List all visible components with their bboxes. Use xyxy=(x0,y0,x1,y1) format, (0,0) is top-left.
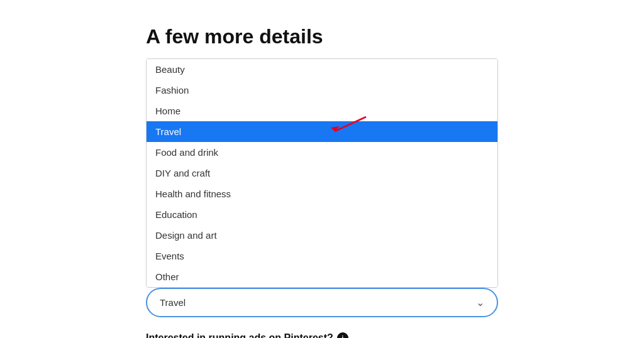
info-icon[interactable]: i xyxy=(337,332,348,338)
list-item-food[interactable]: Food and drink xyxy=(147,142,497,163)
page-title: A few more details xyxy=(146,25,498,48)
ads-section: Interested in running ads on Pinterest? … xyxy=(146,332,498,338)
list-item-beauty[interactable]: Beauty xyxy=(147,59,497,80)
list-item-education[interactable]: Education xyxy=(147,204,497,225)
chevron-down-icon: ⌄ xyxy=(476,297,484,308)
ads-label-text: Interested in running ads on Pinterest? xyxy=(146,332,333,338)
list-item-travel[interactable]: Travel xyxy=(147,121,497,142)
list-item-other[interactable]: Other xyxy=(147,266,497,287)
category-selected-value: Travel xyxy=(160,297,186,308)
list-item-fashion[interactable]: Fashion xyxy=(147,80,497,101)
category-dropdown-wrapper: Beauty Fashion Home Travel Food and drin… xyxy=(146,58,498,317)
list-item-events[interactable]: Events xyxy=(147,246,497,266)
page-container: A few more details Beauty Fashion Home T… xyxy=(146,13,498,338)
ads-section-label: Interested in running ads on Pinterest? … xyxy=(146,332,498,338)
list-item-home[interactable]: Home xyxy=(147,101,497,121)
category-select-box[interactable]: Travel ⌄ xyxy=(146,288,498,317)
list-item-diy[interactable]: DIY and craft xyxy=(147,163,497,183)
category-dropdown-list[interactable]: Beauty Fashion Home Travel Food and drin… xyxy=(146,58,498,288)
list-item-design[interactable]: Design and art xyxy=(147,225,497,246)
list-item-health[interactable]: Health and fitness xyxy=(147,183,497,204)
